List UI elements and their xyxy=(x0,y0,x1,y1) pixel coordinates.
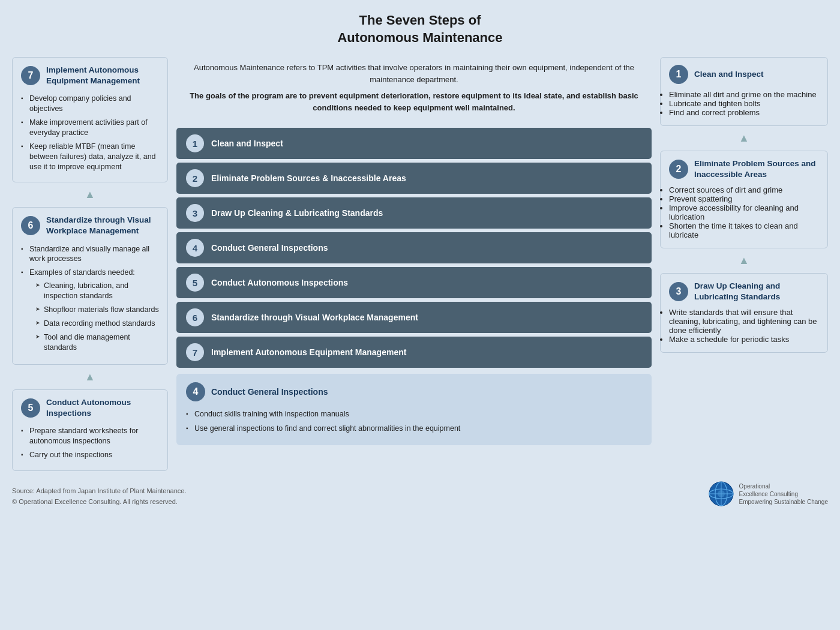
list-item: Lubricate and tighten bolts xyxy=(669,99,819,108)
step-row-6[interactable]: 6 Standardize through Visual Workplace M… xyxy=(176,302,652,333)
step-num-1: 1 xyxy=(186,134,204,152)
step-row-5[interactable]: 5 Conduct Autonomous Inspections xyxy=(176,267,652,298)
main-layout: 7 Implement Autonomous Equipment Managem… xyxy=(12,57,828,471)
left-card-6: 6 Standardize through Visual Workplace M… xyxy=(12,207,168,365)
list-item: Examples of standards needed: Cleaning, … xyxy=(21,266,159,356)
steps-list: 1 Clean and Inspect 2 Eliminate Problem … xyxy=(176,128,652,368)
step-num-5: 5 xyxy=(186,274,204,292)
exp-card-header: 4 Conduct General Inspections xyxy=(186,382,642,401)
list-item: Tool and die management standards xyxy=(35,331,159,355)
step-label-2: Eliminate Problem Sources & Inaccessible… xyxy=(211,173,406,183)
right-step-badge-3: 3 xyxy=(669,282,688,301)
step-num-2: 2 xyxy=(186,169,204,187)
step-label-1: Clean and Inspect xyxy=(211,139,283,148)
connector-arrow-2: ▲ xyxy=(12,371,168,383)
intro-text: Autonomous Maintenance refers to TPM act… xyxy=(176,57,652,122)
footer-right: Operational Excellence Consulting Empowe… xyxy=(708,481,828,507)
right-card-header-2: 2 Eliminate Problem Sources and Inaccess… xyxy=(669,158,819,179)
list-item: Standardize and visually manage all work… xyxy=(21,242,159,266)
step-label-7: Implement Autonomous Equipment Managemen… xyxy=(211,347,406,357)
right-connector-arrow-1: ▲ xyxy=(660,132,828,145)
right-card-header-3: 3 Draw Up Cleaning and Lubricating Stand… xyxy=(669,281,819,302)
exp-step-bullets: Conduct skills training with inspection … xyxy=(186,407,642,436)
exp-step-title: Conduct General Inspections xyxy=(211,387,328,397)
card-header-6: 6 Standardize through Visual Workplace M… xyxy=(21,215,159,236)
left-column: 7 Implement Autonomous Equipment Managem… xyxy=(12,57,168,471)
footer-source: Source: Adapted from Japan Institute of … xyxy=(12,486,186,497)
list-item: Conduct skills training with inspection … xyxy=(186,407,642,422)
step-label-6: Standardize through Visual Workplace Man… xyxy=(211,313,418,322)
center-column: Autonomous Maintenance refers to TPM act… xyxy=(176,57,652,445)
list-item: Make a schedule for periodic tasks xyxy=(669,335,819,344)
step-num-6: 6 xyxy=(186,308,204,326)
step-badge-6: 6 xyxy=(21,216,40,235)
step-badge-5: 5 xyxy=(21,398,40,418)
right-card-title-3: Draw Up Cleaning and Lubricating Standar… xyxy=(694,281,819,302)
list-item: Carry out the inspections xyxy=(21,448,159,462)
list-item: Improve accessibility for cleaning and l… xyxy=(669,203,819,221)
right-card-title-2: Eliminate Problem Sources and Inaccessib… xyxy=(694,158,819,179)
right-column: 1 Clean and Inspect Eliminate all dirt a… xyxy=(660,57,828,353)
list-item: Use general inspections to find and corr… xyxy=(186,422,642,436)
list-item: Shopfloor materials flow standards xyxy=(35,303,159,317)
card-bullets-7: Develop company policies and objectives … xyxy=(21,92,159,173)
card-bullets-6: Standardize and visually manage all work… xyxy=(21,242,159,356)
intro-para1: Autonomous Maintenance refers to TPM act… xyxy=(182,62,646,85)
right-connector-arrow-2: ▲ xyxy=(660,254,828,267)
list-item: Make improvement activities part of ever… xyxy=(21,116,159,140)
step-badge-7: 7 xyxy=(21,66,40,85)
step-row-4[interactable]: 4 Conduct General Inspections xyxy=(176,232,652,263)
right-card-title-1: Clean and Inspect xyxy=(694,69,764,80)
step-row-3[interactable]: 3 Draw Up Cleaning & Lubricating Standar… xyxy=(176,197,652,229)
list-item: Find and correct problems xyxy=(669,108,819,117)
right-card-2: 2 Eliminate Problem Sources and Inaccess… xyxy=(660,151,828,248)
list-item: Correct sources of dirt and grime xyxy=(669,185,819,194)
step-label-4: Conduct General Inspections xyxy=(211,243,328,253)
right-card-bullets-2: Correct sources of dirt and grime Preven… xyxy=(669,185,819,239)
connector-arrow-1: ▲ xyxy=(12,188,168,201)
card-header-5: 5 Conduct Autonomous Inspections xyxy=(21,397,159,418)
left-card-5: 5 Conduct Autonomous Inspections Prepare… xyxy=(12,389,168,471)
step-row-2[interactable]: 2 Eliminate Problem Sources & Inaccessib… xyxy=(176,163,652,194)
step-num-3: 3 xyxy=(186,204,204,222)
exp-step-num: 4 xyxy=(186,382,205,401)
card-title-6: Standardize through Visual Workplace Man… xyxy=(46,215,159,236)
svg-point-5 xyxy=(718,490,725,497)
footer: Source: Adapted from Japan Institute of … xyxy=(12,481,828,507)
right-card-3: 3 Draw Up Cleaning and Lubricating Stand… xyxy=(660,273,828,353)
list-item: Prepare standard worksheets for autonomo… xyxy=(21,424,159,448)
right-step-badge-2: 2 xyxy=(669,160,688,179)
card-title-5: Conduct Autonomous Inspections xyxy=(46,397,159,418)
right-card-bullets-3: Write standards that will ensure that cl… xyxy=(669,308,819,344)
step-num-7: 7 xyxy=(186,343,204,361)
list-item: Write standards that will ensure that cl… xyxy=(669,308,819,335)
card-title-7: Implement Autonomous Equipment Managemen… xyxy=(46,65,159,86)
step-row-1[interactable]: 1 Clean and Inspect xyxy=(176,128,652,159)
list-item: Data recording method standards xyxy=(35,317,159,331)
step-row-7[interactable]: 7 Implement Autonomous Equipment Managem… xyxy=(176,337,652,368)
card-bullets-5: Prepare standard worksheets for autonomo… xyxy=(21,424,159,462)
list-item: Develop company policies and objectives xyxy=(21,92,159,116)
step-label-5: Conduct Autonomous Inspections xyxy=(211,278,348,287)
logo-text: Operational Excellence Consulting Empowe… xyxy=(739,482,828,506)
right-step-badge-1: 1 xyxy=(669,65,688,84)
intro-para2: The goals of the program are to prevent … xyxy=(182,90,646,113)
step-num-4: 4 xyxy=(186,239,204,257)
left-card-7: 7 Implement Autonomous Equipment Managem… xyxy=(12,57,168,182)
page-title: The Seven Steps of Autonomous Maintenanc… xyxy=(12,12,828,46)
right-card-bullets-1: Eliminate all dirt and grime on the mach… xyxy=(669,90,819,117)
right-card-1: 1 Clean and Inspect Eliminate all dirt a… xyxy=(660,57,828,126)
footer-left: Source: Adapted from Japan Institute of … xyxy=(12,486,186,507)
right-card-header-1: 1 Clean and Inspect xyxy=(669,65,819,84)
expanded-step-card: 4 Conduct General Inspections Conduct sk… xyxy=(176,374,652,445)
footer-copyright: © Operational Excellence Consulting. All… xyxy=(12,497,186,508)
logo-globe-icon xyxy=(708,481,734,507)
step-label-3: Draw Up Cleaning & Lubricating Standards xyxy=(211,208,383,218)
sub-bullets-6: Cleaning, lubrication, and inspection st… xyxy=(29,279,159,354)
card-header-7: 7 Implement Autonomous Equipment Managem… xyxy=(21,65,159,86)
list-item: Prevent spattering xyxy=(669,194,819,203)
list-item: Eliminate all dirt and grime on the mach… xyxy=(669,90,819,99)
list-item: Cleaning, lubrication, and inspection st… xyxy=(35,279,159,303)
list-item: Keep reliable MTBF (mean time between fa… xyxy=(21,140,159,174)
list-item: Shorten the time it takes to clean and l… xyxy=(669,221,819,239)
